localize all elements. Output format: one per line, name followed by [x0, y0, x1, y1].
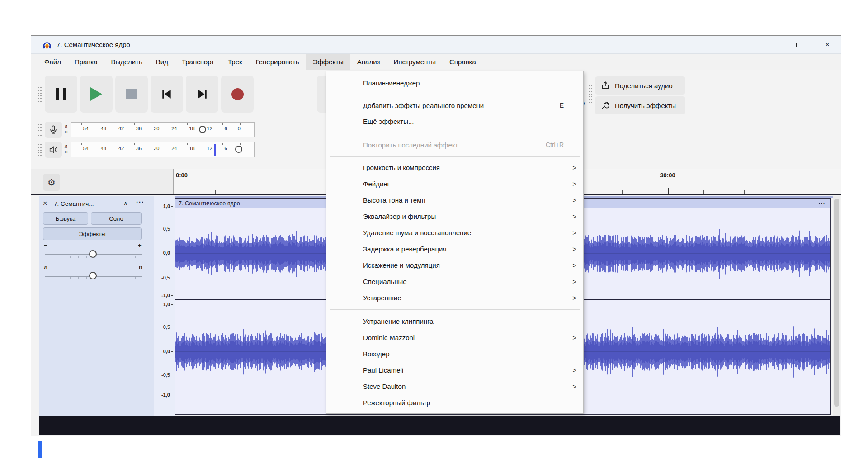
track-menu-button[interactable]: ··· [136, 198, 144, 206]
menu-item-notch-filter[interactable]: Режекторный фильтр [327, 394, 583, 411]
play-button[interactable] [80, 76, 113, 113]
playback-volume-thumb[interactable] [235, 146, 242, 153]
timeline-label-30min: 30:00 [655, 172, 680, 179]
timeline-major-tick [668, 188, 669, 194]
menu-item-more-effects[interactable]: Ещё эффекты... [327, 113, 583, 129]
ruler-value: 0,5 [163, 324, 173, 330]
pan-right-label: п [139, 264, 142, 270]
menu-item-steve-daulton[interactable]: Steve Daulton> [327, 378, 583, 394]
minimize-button[interactable] [750, 37, 770, 52]
submenu-arrow-icon: > [564, 383, 576, 390]
microphone-icon [48, 125, 58, 135]
share-audio-button[interactable]: Поделиться аудио [595, 76, 685, 95]
menu-item-add-realtime-effects[interactable]: Добавить эффкты реального времениE [327, 97, 583, 114]
timeline-label-start: 0:00 [176, 172, 188, 179]
menu-tools[interactable]: Инструменты [387, 54, 443, 70]
vertical-scrollbar[interactable] [833, 196, 840, 416]
menu-item-repeat-last-effect: Повторить последний эффектCtrl+R [327, 137, 583, 153]
menu-item-noise-removal[interactable]: Удаление шума и восстановление> [327, 224, 583, 241]
submenu-arrow-icon: > [564, 366, 576, 374]
gain-slider[interactable] [45, 250, 142, 259]
menu-item-dominic-mazzoni[interactable]: Dominic Mazzoni> [327, 329, 583, 346]
menu-item-volume-compression[interactable]: Громкость и компрессия> [327, 159, 583, 175]
track-collapse-button[interactable]: ∧ [123, 200, 128, 207]
ruler-value: 0,5 [163, 226, 173, 232]
track-control-panel[interactable]: × 7. Семантич... ∧ ··· Б.звука Соло Эффе… [39, 196, 154, 416]
record-icon [231, 88, 244, 100]
microphone-button[interactable] [45, 122, 62, 138]
get-effects-label: Получить эффекты [615, 102, 676, 109]
minimize-icon [758, 45, 764, 45]
playback-meter-numbers: -54-48-42-36-30-24-18-12-60 [81, 146, 241, 151]
gain-slider-thumb[interactable] [89, 250, 97, 258]
play-icon [90, 87, 102, 101]
menu-effects[interactable]: Эффекты [306, 54, 350, 70]
menu-separator [330, 93, 580, 93]
menu-item-clip-fix[interactable]: Устранение клиппинга [327, 313, 583, 329]
solo-button[interactable]: Соло [91, 212, 142, 225]
get-effects-button[interactable]: Получить эффекты [595, 96, 685, 114]
menu-view[interactable]: Вид [149, 54, 175, 70]
menu-item-fading[interactable]: Фейдинг> [327, 175, 583, 192]
menu-item-distortion-modulation[interactable]: Искажение и модуляция> [327, 257, 583, 273]
playback-meter-ticks [81, 143, 241, 145]
pan-left-label: л [44, 264, 47, 270]
recording-meter-grip[interactable] [38, 123, 42, 137]
transport-toolbar-grip[interactable] [38, 84, 42, 104]
playback-meter-grip[interactable] [38, 143, 42, 157]
track-title[interactable]: 7. Семантич... [54, 200, 94, 207]
playback-channel-labels: ЛП [65, 144, 67, 155]
clip-title: 7. Семантическое ядро [179, 200, 240, 207]
menu-item-paul-licameli[interactable]: Paul Licameli> [327, 362, 583, 378]
ruler-value: -0,5 [161, 275, 173, 280]
menu-item-legacy[interactable]: Устаревшие> [327, 289, 583, 306]
menu-edit[interactable]: Правка [68, 54, 104, 70]
menu-help[interactable]: Справка [443, 54, 483, 70]
menu-transport[interactable]: Транспорт [175, 54, 221, 70]
menu-item-eq-filters[interactable]: Эквалайзер и фильтры> [327, 208, 583, 224]
share-toolbar-grip[interactable] [588, 85, 593, 104]
menu-select[interactable]: Выделить [104, 54, 149, 70]
plug-icon [600, 100, 610, 110]
menu-file[interactable]: Файл [38, 54, 68, 70]
recording-channel-labels: ЛП [65, 124, 67, 135]
track-effects-button[interactable]: Эффекты [43, 227, 142, 240]
skip-to-end-button[interactable] [186, 76, 218, 113]
mute-button[interactable]: Б.звука [43, 212, 88, 225]
ruler-value: -1,0 [161, 293, 173, 298]
recording-gain-thumb[interactable] [199, 126, 206, 133]
gain-plus-label: + [138, 242, 142, 249]
submenu-arrow-icon: > [564, 164, 576, 171]
menu-item-plugin-manager[interactable]: Плагин-менеджер [327, 75, 583, 91]
gear-icon: ⚙ [47, 177, 56, 188]
skip-to-start-icon [160, 88, 174, 100]
timeline-major-tick [175, 188, 175, 194]
pan-slider[interactable] [45, 272, 142, 281]
skip-to-start-button[interactable] [151, 76, 183, 113]
timeline-options-button[interactable]: ⚙ [43, 174, 60, 191]
stop-button[interactable] [115, 76, 148, 113]
vertical-scrollbar-thumb[interactable] [834, 199, 839, 407]
menu-item-pitch-tempo[interactable]: Высота тона и темп> [327, 192, 583, 208]
audacity-window: 7. Семантическое ядро × Файл Правка Выде… [31, 35, 841, 436]
speaker-button[interactable] [45, 142, 62, 158]
menu-item-special[interactable]: Специальные> [327, 273, 583, 289]
clip-menu-button[interactable]: ··· [819, 199, 826, 208]
playback-meter-scale[interactable]: -54-48-42-36-30-24-18-12-60 [71, 142, 255, 157]
pause-button[interactable] [45, 76, 77, 113]
close-button[interactable]: × [817, 37, 837, 52]
vertical-scale-ruler[interactable]: 1,0 0,5 0,0 -0,5 -1,0 1,0 0,5 0,0 -0,5 -… [154, 196, 175, 416]
menu-separator [330, 309, 580, 310]
track-close-button[interactable]: × [43, 199, 47, 208]
menu-item-vocoder[interactable]: Вокодер [327, 346, 583, 362]
maximize-button[interactable] [784, 37, 804, 52]
menu-item-delay-reverb[interactable]: Задержка и реверберация> [327, 241, 583, 257]
pan-slider-thumb[interactable] [89, 272, 97, 279]
record-button[interactable] [221, 76, 254, 113]
menu-generate[interactable]: Генерировать [249, 54, 306, 70]
recording-meter-scale[interactable]: -54-48-42-36-30-24-18-12-60 [71, 122, 255, 137]
recording-meter-toolbar: ЛП -54-48-42-36-30-24-18-12-60 [31, 122, 284, 139]
share-audio-label: Поделиться аудио [615, 82, 673, 90]
menu-analyze[interactable]: Анализ [350, 54, 387, 70]
menu-tracks[interactable]: Трек [221, 54, 249, 70]
